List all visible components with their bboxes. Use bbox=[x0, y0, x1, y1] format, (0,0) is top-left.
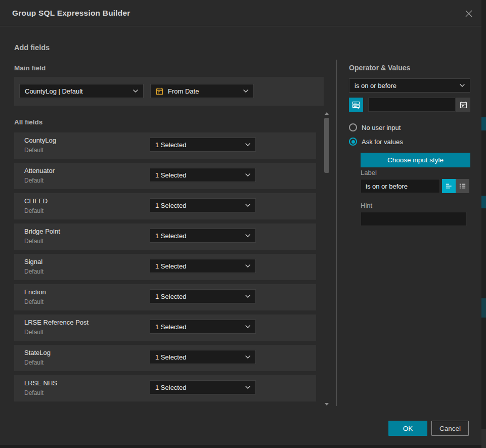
field-layer-sublabel: Default bbox=[24, 298, 43, 305]
field-layer-sublabel: Default bbox=[24, 177, 43, 184]
field-name: StateLog bbox=[24, 349, 51, 356]
field-selection-dropdown[interactable]: 1 Selected bbox=[150, 289, 256, 303]
ok-button[interactable]: OK bbox=[388, 421, 427, 436]
layer-dropdown-value: CountyLog | Default bbox=[25, 87, 130, 95]
close-button[interactable] bbox=[462, 7, 475, 20]
fields-list-scrollbar[interactable] bbox=[324, 112, 329, 406]
field-layer-sublabel: Default bbox=[24, 147, 43, 154]
operator-values-heading: Operator & Values bbox=[349, 64, 410, 72]
hint-field-label: Hint bbox=[361, 202, 372, 209]
field-row: Signal Default 1 Selected bbox=[14, 254, 316, 280]
main-field-panel: CountyLog | Default From Date bbox=[14, 77, 324, 106]
layer-dropdown[interactable]: CountyLog | Default bbox=[19, 84, 144, 98]
field-row: CountyLog Default 1 Selected bbox=[14, 132, 316, 159]
cancel-button[interactable]: Cancel bbox=[431, 421, 469, 436]
background-page-fragment bbox=[481, 196, 486, 208]
background-page-fragment bbox=[481, 429, 486, 448]
date-picker-button[interactable] bbox=[456, 98, 470, 112]
field-row: StateLog Default 1 Selected bbox=[14, 345, 316, 371]
chevron-down-icon bbox=[245, 355, 250, 359]
field-name: LRSE Reference Post bbox=[24, 319, 89, 326]
field-row: LRSE Reference Post Default 1 Selected bbox=[14, 315, 316, 341]
operator-dropdown-value: is on or before bbox=[355, 82, 457, 89]
main-field-dropdown-value: From Date bbox=[168, 87, 240, 95]
add-fields-heading: Add fields bbox=[14, 43, 50, 52]
chevron-down-icon bbox=[245, 295, 250, 298]
all-fields-heading: All fields bbox=[14, 118, 42, 126]
field-selection-dropdown[interactable]: 1 Selected bbox=[150, 229, 256, 243]
field-layer-sublabel: Default bbox=[24, 389, 43, 396]
chevron-down-icon bbox=[245, 264, 250, 267]
label-style-toggle-group bbox=[442, 179, 469, 193]
field-selection-value: 1 Selected bbox=[155, 202, 242, 209]
chevron-down-icon bbox=[245, 234, 250, 237]
field-name: Friction bbox=[24, 288, 46, 296]
background-page-fragment bbox=[481, 117, 486, 130]
calendar-icon bbox=[156, 87, 163, 95]
bullet-list-icon bbox=[459, 183, 466, 190]
vertical-divider bbox=[336, 60, 337, 406]
field-selection-dropdown[interactable]: 1 Selected bbox=[150, 350, 256, 364]
field-selection-value: 1 Selected bbox=[155, 262, 242, 270]
single-line-style-button[interactable] bbox=[442, 179, 456, 193]
field-row: LRSE NHS Default 1 Selected bbox=[14, 375, 316, 401]
scrollbar-thumb[interactable] bbox=[324, 118, 329, 173]
field-name: Signal bbox=[24, 258, 42, 265]
radio-no-user-input[interactable]: No user input bbox=[349, 123, 401, 131]
value-picker-icon bbox=[352, 101, 360, 109]
radio-ask-for-values[interactable]: Ask for values bbox=[349, 138, 403, 146]
scrollbar-up-arrow-icon[interactable] bbox=[325, 112, 329, 115]
chevron-down-icon bbox=[133, 89, 138, 93]
field-selection-dropdown[interactable]: 1 Selected bbox=[150, 138, 256, 152]
field-layer-sublabel: Default bbox=[24, 359, 43, 366]
field-layer-sublabel: Default bbox=[24, 207, 43, 214]
radio-circle-selected-icon bbox=[349, 138, 357, 146]
field-row: CLIFED Default 1 Selected bbox=[14, 193, 316, 219]
chevron-down-icon bbox=[245, 143, 250, 146]
label-input[interactable] bbox=[361, 179, 440, 193]
hint-input[interactable] bbox=[361, 212, 467, 226]
field-name: CLIFED bbox=[24, 197, 48, 205]
choose-input-style-button[interactable]: Choose input style bbox=[361, 153, 470, 167]
field-row: Attenuator Default 1 Selected bbox=[14, 163, 316, 189]
label-field-label: Label bbox=[361, 169, 377, 176]
chevron-down-icon bbox=[243, 89, 248, 93]
background-page-sliver bbox=[481, 0, 486, 448]
chevron-down-icon bbox=[245, 386, 250, 389]
field-layer-sublabel: Default bbox=[24, 268, 43, 275]
field-row: Bridge Point Default 1 Selected bbox=[14, 223, 316, 250]
field-layer-sublabel: Default bbox=[24, 329, 43, 336]
dialog-title: Group SQL Expression Builder bbox=[12, 9, 130, 18]
operator-dropdown[interactable]: is on or before bbox=[349, 78, 470, 93]
field-name: Attenuator bbox=[24, 167, 55, 174]
field-selection-value: 1 Selected bbox=[155, 171, 242, 179]
background-page-fragment bbox=[481, 298, 486, 318]
chevron-down-icon bbox=[245, 204, 250, 207]
field-selection-dropdown[interactable]: 1 Selected bbox=[150, 320, 256, 334]
value-picker-button[interactable] bbox=[349, 98, 363, 112]
field-selection-value: 1 Selected bbox=[155, 323, 242, 331]
field-name: CountyLog bbox=[24, 137, 56, 144]
value-input[interactable] bbox=[368, 98, 456, 112]
background-page-bottom-strip bbox=[0, 445, 481, 448]
field-selection-dropdown[interactable]: 1 Selected bbox=[150, 259, 256, 273]
main-field-heading: Main field bbox=[14, 64, 46, 72]
align-left-icon bbox=[445, 183, 453, 190]
radio-label: No user input bbox=[362, 124, 401, 131]
main-field-dropdown[interactable]: From Date bbox=[150, 84, 254, 98]
field-selection-dropdown[interactable]: 1 Selected bbox=[150, 168, 256, 182]
chevron-down-icon bbox=[245, 173, 250, 176]
close-icon bbox=[464, 9, 473, 18]
field-selection-dropdown[interactable]: 1 Selected bbox=[150, 380, 256, 394]
field-selection-dropdown[interactable]: 1 Selected bbox=[150, 198, 256, 212]
field-row: Friction Default 1 Selected bbox=[14, 284, 316, 310]
field-selection-value: 1 Selected bbox=[155, 353, 242, 361]
group-sql-expression-builder-dialog: Group SQL Expression Builder Add fields … bbox=[0, 0, 481, 445]
field-selection-value: 1 Selected bbox=[155, 293, 242, 300]
all-fields-list: CountyLog Default 1 Selected Attenuator … bbox=[14, 132, 316, 406]
dialog-header: Group SQL Expression Builder bbox=[0, 0, 481, 26]
calendar-icon bbox=[460, 101, 467, 109]
scrollbar-down-arrow-icon[interactable] bbox=[325, 403, 329, 406]
list-style-button[interactable] bbox=[456, 179, 469, 193]
field-name: Bridge Point bbox=[24, 228, 60, 235]
